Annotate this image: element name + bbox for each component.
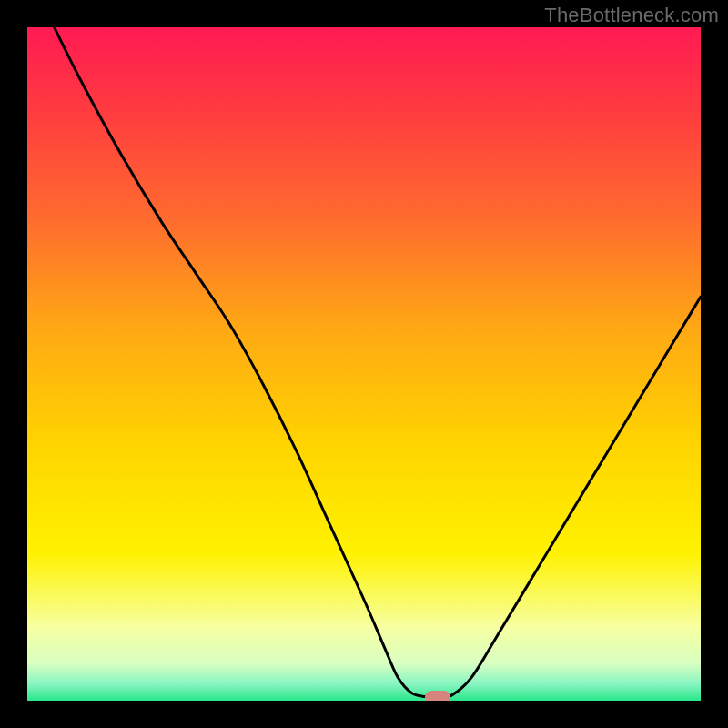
plot-area <box>27 27 701 701</box>
optimal-marker <box>425 691 450 701</box>
chart-frame: TheBottleneck.com <box>0 0 728 728</box>
watermark-text: TheBottleneck.com <box>544 4 719 27</box>
plot-svg <box>27 27 701 701</box>
